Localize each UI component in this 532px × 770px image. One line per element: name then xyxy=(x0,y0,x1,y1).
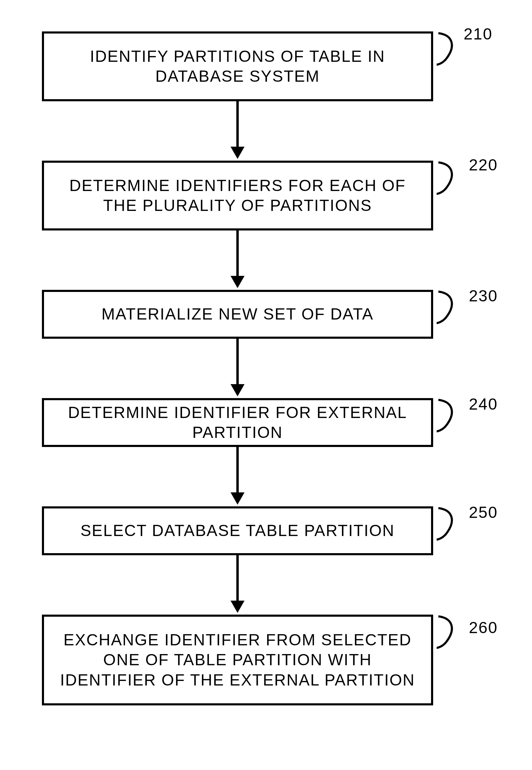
flow-box-text: DETERMINE IDENTIFIERS FOR EACH OF THE PL… xyxy=(58,176,417,216)
reference-number: 250 xyxy=(469,503,498,522)
flow-box-text: EXCHANGE IDENTIFIER FROM SELECTED ONE OF… xyxy=(58,630,417,690)
reference-number: 240 xyxy=(469,395,498,413)
svg-marker-5 xyxy=(231,384,245,396)
svg-marker-7 xyxy=(231,492,245,505)
reference-number: 210 xyxy=(464,24,493,43)
flow-box-text: MATERIALIZE NEW SET OF DATA xyxy=(102,304,374,324)
brace-icon xyxy=(437,290,461,325)
brace-icon xyxy=(437,615,461,650)
flow-box: DETERMINE IDENTIFIER FOR EXTERNAL PARTIT… xyxy=(42,398,433,447)
flow-box-text: IDENTIFY PARTITIONS OF TABLE IN DATABASE… xyxy=(58,46,417,87)
flow-step-240: DETERMINE IDENTIFIER FOR EXTERNAL PARTIT… xyxy=(42,398,489,447)
flow-step-210: IDENTIFY PARTITIONS OF TABLE IN DATABASE… xyxy=(42,31,489,101)
flowchart-container: IDENTIFY PARTITIONS OF TABLE IN DATABASE… xyxy=(42,31,489,705)
flow-box: EXCHANGE IDENTIFIER FROM SELECTED ONE OF… xyxy=(42,615,433,705)
reference-number: 220 xyxy=(469,155,498,174)
flow-step-230: MATERIALIZE NEW SET OF DATA 230 xyxy=(42,290,489,339)
svg-marker-1 xyxy=(231,147,245,159)
brace-icon xyxy=(437,506,461,541)
flow-box: SELECT DATABASE TABLE PARTITION xyxy=(42,506,433,555)
flow-arrow xyxy=(42,555,433,615)
svg-marker-9 xyxy=(231,601,245,613)
flow-step-250: SELECT DATABASE TABLE PARTITION 250 xyxy=(42,506,489,555)
brace-icon xyxy=(437,31,461,66)
flow-step-220: DETERMINE IDENTIFIERS FOR EACH OF THE PL… xyxy=(42,161,489,230)
brace-icon xyxy=(437,161,461,196)
reference-number: 230 xyxy=(469,286,498,305)
flow-box-text: SELECT DATABASE TABLE PARTITION xyxy=(80,521,395,541)
flow-step-260: EXCHANGE IDENTIFIER FROM SELECTED ONE OF… xyxy=(42,615,489,705)
flow-arrow xyxy=(42,447,433,506)
flow-box: DETERMINE IDENTIFIERS FOR EACH OF THE PL… xyxy=(42,161,433,230)
flow-arrow xyxy=(42,339,433,398)
reference-number: 260 xyxy=(469,618,498,637)
flow-box: IDENTIFY PARTITIONS OF TABLE IN DATABASE… xyxy=(42,31,433,101)
flow-box-text: DETERMINE IDENTIFIER FOR EXTERNAL PARTIT… xyxy=(58,403,417,443)
svg-marker-3 xyxy=(231,276,245,288)
flow-arrow xyxy=(42,101,433,161)
flow-arrow xyxy=(42,230,433,290)
flow-box: MATERIALIZE NEW SET OF DATA xyxy=(42,290,433,339)
brace-icon xyxy=(437,398,461,433)
